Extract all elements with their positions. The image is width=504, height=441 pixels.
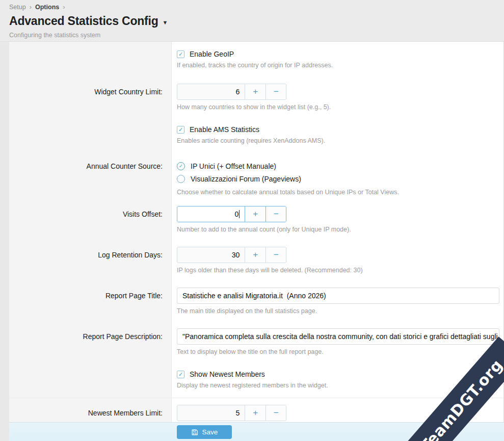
field-label: Widget Country Limit: [94, 87, 163, 96]
log-retention-stepper: 30 + − [177, 247, 286, 263]
row-visits-offset: Visits Offset: 0 + − Number to add to th… [9, 199, 503, 240]
newest-members-limit-stepper: 5 + − [177, 405, 286, 421]
row-annual-counter-source: Annual Counter Source: ✓ IP Unici (+ Off… [9, 152, 503, 199]
decrement-button[interactable]: − [266, 84, 286, 99]
radio-selected-icon: ✓ [177, 162, 185, 170]
row-enable-geoip: ✓ Enable GeoIP If enabled, tracks the co… [9, 42, 503, 76]
breadcrumb-setup[interactable]: Setup [9, 4, 26, 11]
report-page-title-input[interactable]: Statistiche e analisi Migratoria.it (Ann… [177, 288, 499, 304]
increment-button[interactable]: + [245, 206, 266, 222]
page-subtitle: Configuring the statistics system [9, 32, 504, 39]
increment-button[interactable]: + [245, 84, 266, 99]
widget-country-limit-stepper: 6 + − [177, 84, 286, 100]
checkbox-label: Enable GeoIP [190, 50, 234, 58]
hint-text: IP logs older than these days will be de… [177, 267, 499, 274]
hint-text: Text to display below the title on the f… [177, 348, 499, 355]
field-label: Annual Counter Source: [87, 162, 163, 171]
hint-text: How many countries to show in the widget… [177, 103, 499, 111]
newest-members-limit-input[interactable]: 5 [177, 405, 245, 421]
field-label: Newest Members Limit: [88, 408, 163, 418]
text-cursor [239, 210, 240, 218]
show-newest-members-checkbox[interactable]: ✓ Show Newest Members [177, 370, 499, 378]
increment-button[interactable]: + [245, 405, 266, 421]
options-form: ✓ Enable GeoIP If enabled, tracks the co… [9, 42, 504, 422]
checkbox-label: Enable AMS Statistics [190, 125, 259, 134]
checkbox-checked-icon: ✓ [177, 371, 184, 378]
checkbox-checked-icon: ✓ [177, 126, 184, 134]
row-show-newest-members: ✓ Show Newest Members Display the newest… [9, 362, 503, 398]
visits-offset-input[interactable]: 0 [177, 206, 245, 222]
row-report-page-description: Report Page Description: "Panoramica com… [9, 321, 503, 362]
decrement-button[interactable]: − [266, 206, 286, 222]
radio-label: Visualizzazioni Forum (Pageviews) [191, 175, 301, 183]
increment-button[interactable]: + [245, 247, 266, 263]
breadcrumb: Setup › Options › [9, 3, 504, 11]
page-title: Advanced Statistics Config [9, 14, 158, 28]
hint-text: Enables article counting (requires XenAd… [177, 137, 499, 144]
radio-label: IP Unici (+ Offset Manuale) [191, 162, 276, 170]
hint-text: Display the newest registered members in… [177, 382, 499, 389]
chevron-down-icon[interactable]: ▼ [163, 19, 168, 25]
visits-offset-stepper: 0 + − [177, 206, 286, 222]
hint-text: Number to add to the annual count (only … [177, 226, 499, 233]
radio-unselected-icon [177, 175, 185, 183]
save-bar: Save [9, 422, 504, 441]
row-label-empty [9, 42, 172, 76]
row-enable-ams-statistics: ✓ Enable AMS Statistics Enables article … [9, 117, 503, 152]
decrement-button[interactable]: − [266, 247, 286, 263]
radio-visualizzazioni-forum[interactable]: Visualizzazioni Forum (Pageviews) [177, 172, 499, 185]
checkbox-label: Show Newest Members [190, 370, 265, 378]
floppy-disk-icon [191, 429, 198, 436]
row-newest-members-limit: Newest Members Limit: 5 + − [9, 398, 503, 422]
row-log-retention-days: Log Retention Days: 30 + − IP logs older… [9, 240, 503, 280]
decrement-button[interactable]: − [266, 405, 286, 421]
checkbox-checked-icon: ✓ [177, 50, 184, 58]
page-header: Setup › Options › Advanced Statistics Co… [0, 0, 504, 42]
widget-country-limit-input[interactable]: 6 [177, 84, 245, 99]
field-label: Report Page Title: [105, 291, 163, 300]
row-widget-country-limit: Widget Country Limit: 6 + − How many cou… [9, 76, 503, 117]
hint-text: Choose whether to calculate annual total… [177, 189, 499, 196]
enable-ams-checkbox[interactable]: ✓ Enable AMS Statistics [177, 125, 499, 134]
breadcrumb-separator-icon: › [30, 3, 32, 11]
log-retention-input[interactable]: 30 [177, 247, 245, 263]
row-report-page-title: Report Page Title: Statistiche e analisi… [9, 280, 503, 321]
breadcrumb-separator-icon: › [63, 3, 65, 11]
field-label: Log Retention Days: [98, 250, 163, 260]
breadcrumb-options[interactable]: Options [35, 4, 59, 11]
report-page-description-input[interactable]: "Panoramica completa sulla crescita dell… [177, 328, 499, 345]
field-label: Visits Offset: [123, 210, 163, 219]
radio-ip-unici[interactable]: ✓ IP Unici (+ Offset Manuale) [177, 160, 499, 172]
hint-text: If enabled, tracks the country of origin… [177, 62, 499, 69]
field-label: Report Page Description: [83, 332, 163, 341]
hint-text: The main title displayed on the full sta… [177, 307, 499, 315]
save-button[interactable]: Save [177, 425, 232, 439]
enable-geoip-checkbox[interactable]: ✓ Enable GeoIP [177, 50, 499, 58]
